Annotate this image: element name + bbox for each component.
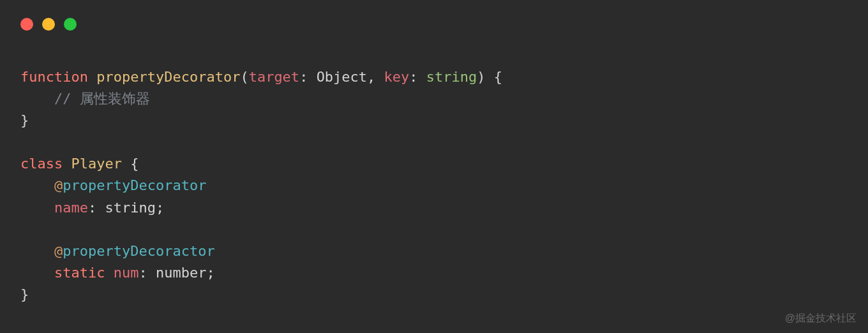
colon: : [409, 69, 426, 85]
keyword-class: class [20, 156, 63, 172]
type-object: Object [317, 69, 367, 85]
code-line: name: string; [20, 200, 164, 216]
code-line: } [20, 112, 29, 128]
keyword-function: function [20, 69, 88, 85]
decorator-at: @ [54, 243, 63, 259]
brace-open: { [122, 156, 139, 172]
type-annot: : number; [138, 265, 214, 281]
watermark: @掘金技术社区 [785, 311, 857, 327]
code-line: } [20, 286, 29, 302]
code-line: // 属性装饰器 [20, 91, 150, 107]
function-name: propertyDecorator [96, 69, 240, 85]
param-key: key [384, 69, 410, 85]
property-name: name [54, 200, 88, 216]
close-icon[interactable] [20, 18, 33, 31]
keyword-static: static [54, 265, 105, 281]
type-annot: : string; [88, 200, 164, 216]
window-controls [0, 0, 868, 31]
param-target: target [249, 69, 299, 85]
decorator-name: propertyDecorator [63, 177, 206, 193]
code-block: function propertyDecorator(target: Objec… [0, 31, 868, 306]
paren-close-brace: ) { [477, 69, 502, 85]
comment: // 属性装饰器 [54, 91, 150, 107]
type-string: string [426, 69, 477, 85]
brace-close: } [20, 112, 29, 128]
code-line: class Player { [20, 156, 138, 172]
decorator-at: @ [54, 177, 63, 193]
comma: , [367, 69, 384, 85]
minimize-icon[interactable] [42, 18, 55, 31]
decorator-name: propertyDecoractor [63, 243, 214, 259]
maximize-icon[interactable] [64, 18, 77, 31]
colon: : [299, 69, 317, 85]
code-line: function propertyDecorator(target: Objec… [20, 69, 502, 85]
property-num: num [105, 265, 138, 281]
code-line: @propertyDecoractor [20, 243, 215, 259]
class-name: Player [71, 156, 121, 172]
paren-open: ( [240, 69, 248, 85]
code-line: @propertyDecorator [20, 177, 206, 193]
code-line: static num: number; [20, 265, 215, 281]
brace-close: } [20, 286, 29, 302]
